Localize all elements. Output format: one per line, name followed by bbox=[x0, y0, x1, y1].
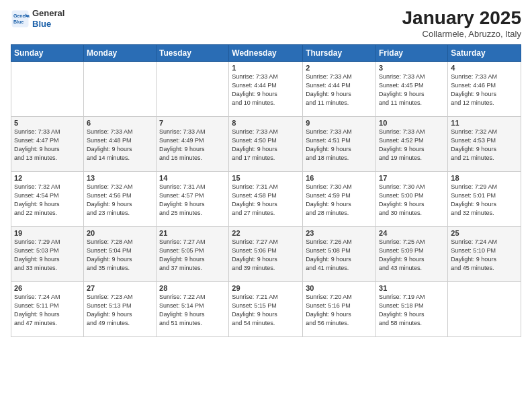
day-number: 28 bbox=[159, 284, 226, 292]
week-row-3: 12Sunrise: 7:32 AM Sunset: 4:54 PM Dayli… bbox=[11, 171, 521, 226]
weekday-header-monday: Monday bbox=[83, 44, 156, 61]
day-number: 15 bbox=[232, 174, 300, 182]
day-info: Sunrise: 7:22 AM Sunset: 5:14 PM Dayligh… bbox=[159, 293, 226, 328]
day-cell: 10Sunrise: 7:33 AM Sunset: 4:52 PM Dayli… bbox=[376, 116, 448, 171]
day-number: 8 bbox=[232, 119, 300, 127]
day-info: Sunrise: 7:24 AM Sunset: 5:10 PM Dayligh… bbox=[451, 238, 518, 273]
day-info: Sunrise: 7:30 AM Sunset: 5:00 PM Dayligh… bbox=[379, 183, 445, 218]
day-info: Sunrise: 7:32 AM Sunset: 4:56 PM Dayligh… bbox=[87, 183, 153, 218]
day-number: 17 bbox=[379, 174, 445, 182]
day-number: 4 bbox=[451, 64, 518, 72]
day-info: Sunrise: 7:23 AM Sunset: 5:13 PM Dayligh… bbox=[87, 293, 153, 328]
day-number: 14 bbox=[159, 174, 226, 182]
day-cell: 25Sunrise: 7:24 AM Sunset: 5:10 PM Dayli… bbox=[448, 226, 521, 281]
svg-text:Blue: Blue bbox=[13, 19, 24, 24]
day-number: 19 bbox=[14, 229, 81, 237]
day-number: 24 bbox=[379, 229, 445, 237]
day-number: 16 bbox=[306, 174, 373, 182]
day-cell: 22Sunrise: 7:27 AM Sunset: 5:06 PM Dayli… bbox=[229, 226, 303, 281]
day-cell: 8Sunrise: 7:33 AM Sunset: 4:50 PM Daylig… bbox=[229, 116, 303, 171]
week-row-1: 1Sunrise: 7:33 AM Sunset: 4:44 PM Daylig… bbox=[11, 61, 521, 116]
day-info: Sunrise: 7:19 AM Sunset: 5:18 PM Dayligh… bbox=[379, 293, 445, 328]
weekday-header-thursday: Thursday bbox=[303, 44, 376, 61]
svg-rect-0 bbox=[12, 10, 29, 27]
day-number: 9 bbox=[306, 119, 373, 127]
day-cell: 1Sunrise: 7:33 AM Sunset: 4:44 PM Daylig… bbox=[229, 61, 303, 116]
day-number: 26 bbox=[14, 284, 81, 292]
weekday-header-wednesday: Wednesday bbox=[229, 44, 303, 61]
day-info: Sunrise: 7:24 AM Sunset: 5:11 PM Dayligh… bbox=[14, 293, 81, 328]
day-cell: 30Sunrise: 7:20 AM Sunset: 5:16 PM Dayli… bbox=[303, 281, 376, 336]
day-number: 23 bbox=[306, 229, 373, 237]
day-cell: 23Sunrise: 7:26 AM Sunset: 5:08 PM Dayli… bbox=[303, 226, 376, 281]
day-number: 6 bbox=[87, 119, 153, 127]
day-cell: 4Sunrise: 7:33 AM Sunset: 4:46 PM Daylig… bbox=[448, 61, 521, 116]
day-info: Sunrise: 7:33 AM Sunset: 4:49 PM Dayligh… bbox=[159, 128, 226, 163]
day-number: 18 bbox=[451, 174, 518, 182]
day-number: 29 bbox=[232, 284, 300, 292]
day-number: 20 bbox=[87, 229, 153, 237]
logo-icon: General Blue bbox=[11, 9, 30, 28]
day-cell: 26Sunrise: 7:24 AM Sunset: 5:11 PM Dayli… bbox=[11, 281, 84, 336]
day-cell: 19Sunrise: 7:29 AM Sunset: 5:03 PM Dayli… bbox=[11, 226, 84, 281]
day-number: 11 bbox=[451, 119, 518, 127]
day-number: 12 bbox=[14, 174, 81, 182]
day-info: Sunrise: 7:32 AM Sunset: 4:54 PM Dayligh… bbox=[14, 183, 81, 218]
day-info: Sunrise: 7:33 AM Sunset: 4:50 PM Dayligh… bbox=[232, 128, 300, 163]
day-info: Sunrise: 7:20 AM Sunset: 5:16 PM Dayligh… bbox=[306, 293, 373, 328]
week-row-2: 5Sunrise: 7:33 AM Sunset: 4:47 PM Daylig… bbox=[11, 116, 521, 171]
day-number: 2 bbox=[306, 64, 373, 72]
day-number: 22 bbox=[232, 229, 300, 237]
day-cell: 5Sunrise: 7:33 AM Sunset: 4:47 PM Daylig… bbox=[11, 116, 84, 171]
calendar: SundayMondayTuesdayWednesdayThursdayFrid… bbox=[11, 44, 521, 337]
header: General Blue General Blue January 2025 C… bbox=[11, 8, 521, 39]
day-info: Sunrise: 7:33 AM Sunset: 4:46 PM Dayligh… bbox=[451, 73, 518, 107]
day-info: Sunrise: 7:32 AM Sunset: 4:53 PM Dayligh… bbox=[451, 128, 518, 163]
day-cell: 18Sunrise: 7:29 AM Sunset: 5:01 PM Dayli… bbox=[448, 171, 521, 226]
day-info: Sunrise: 7:33 AM Sunset: 4:47 PM Dayligh… bbox=[14, 128, 81, 163]
day-number: 10 bbox=[379, 119, 445, 127]
day-number: 27 bbox=[87, 284, 153, 292]
month-title: January 2025 bbox=[402, 8, 521, 29]
day-info: Sunrise: 7:33 AM Sunset: 4:48 PM Dayligh… bbox=[87, 128, 153, 163]
logo-text: General Blue bbox=[32, 8, 64, 29]
logo: General Blue General Blue bbox=[11, 8, 64, 29]
day-number: 31 bbox=[379, 284, 445, 292]
day-cell: 28Sunrise: 7:22 AM Sunset: 5:14 PM Dayli… bbox=[157, 281, 229, 336]
day-cell: 7Sunrise: 7:33 AM Sunset: 4:49 PM Daylig… bbox=[157, 116, 229, 171]
weekday-header-row: SundayMondayTuesdayWednesdayThursdayFrid… bbox=[11, 44, 521, 61]
day-info: Sunrise: 7:33 AM Sunset: 4:51 PM Dayligh… bbox=[306, 128, 373, 163]
page: General Blue General Blue January 2025 C… bbox=[0, 0, 532, 411]
day-cell: 14Sunrise: 7:31 AM Sunset: 4:57 PM Dayli… bbox=[157, 171, 229, 226]
day-cell: 2Sunrise: 7:33 AM Sunset: 4:44 PM Daylig… bbox=[303, 61, 376, 116]
day-cell bbox=[83, 61, 156, 116]
day-info: Sunrise: 7:31 AM Sunset: 4:58 PM Dayligh… bbox=[232, 183, 300, 218]
day-cell: 24Sunrise: 7:25 AM Sunset: 5:09 PM Dayli… bbox=[376, 226, 448, 281]
day-cell: 20Sunrise: 7:28 AM Sunset: 5:04 PM Dayli… bbox=[83, 226, 156, 281]
day-cell: 9Sunrise: 7:33 AM Sunset: 4:51 PM Daylig… bbox=[303, 116, 376, 171]
day-info: Sunrise: 7:33 AM Sunset: 4:45 PM Dayligh… bbox=[379, 73, 445, 107]
day-info: Sunrise: 7:25 AM Sunset: 5:09 PM Dayligh… bbox=[379, 238, 445, 273]
day-cell: 17Sunrise: 7:30 AM Sunset: 5:00 PM Dayli… bbox=[376, 171, 448, 226]
day-cell bbox=[11, 61, 84, 116]
day-info: Sunrise: 7:30 AM Sunset: 4:59 PM Dayligh… bbox=[306, 183, 373, 218]
day-cell: 16Sunrise: 7:30 AM Sunset: 4:59 PM Dayli… bbox=[303, 171, 376, 226]
day-cell: 11Sunrise: 7:32 AM Sunset: 4:53 PM Dayli… bbox=[448, 116, 521, 171]
day-number: 3 bbox=[379, 64, 445, 72]
day-cell bbox=[448, 281, 521, 336]
day-cell: 13Sunrise: 7:32 AM Sunset: 4:56 PM Dayli… bbox=[83, 171, 156, 226]
day-info: Sunrise: 7:28 AM Sunset: 5:04 PM Dayligh… bbox=[87, 238, 153, 273]
day-cell: 29Sunrise: 7:21 AM Sunset: 5:15 PM Dayli… bbox=[229, 281, 303, 336]
day-info: Sunrise: 7:29 AM Sunset: 5:03 PM Dayligh… bbox=[14, 238, 81, 273]
day-number: 5 bbox=[14, 119, 81, 127]
day-number: 1 bbox=[232, 64, 300, 72]
day-info: Sunrise: 7:29 AM Sunset: 5:01 PM Dayligh… bbox=[451, 183, 518, 218]
location: Collarmele, Abruzzo, Italy bbox=[402, 29, 521, 39]
day-number: 25 bbox=[451, 229, 518, 237]
day-cell bbox=[157, 61, 229, 116]
day-info: Sunrise: 7:33 AM Sunset: 4:52 PM Dayligh… bbox=[379, 128, 445, 163]
day-cell: 15Sunrise: 7:31 AM Sunset: 4:58 PM Dayli… bbox=[229, 171, 303, 226]
day-info: Sunrise: 7:33 AM Sunset: 4:44 PM Dayligh… bbox=[232, 73, 300, 107]
day-cell: 6Sunrise: 7:33 AM Sunset: 4:48 PM Daylig… bbox=[83, 116, 156, 171]
weekday-header-sunday: Sunday bbox=[11, 44, 84, 61]
